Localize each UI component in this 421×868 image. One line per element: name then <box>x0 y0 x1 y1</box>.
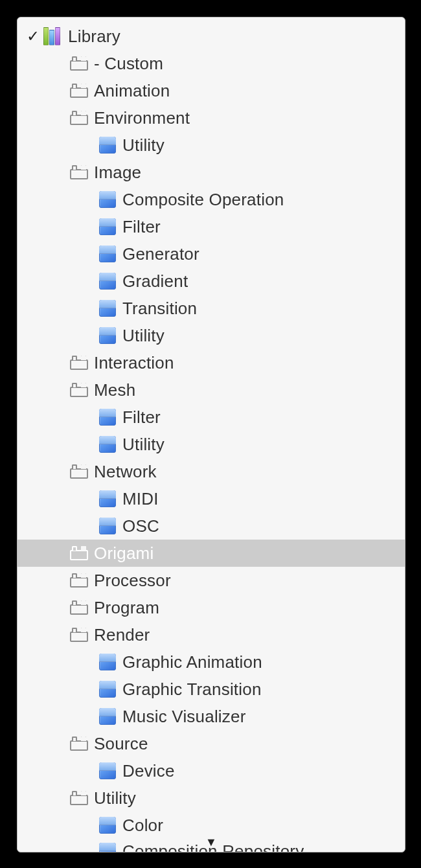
brick-icon <box>69 380 89 400</box>
tree-item[interactable]: Processor <box>17 567 405 594</box>
brick-icon <box>69 81 89 100</box>
tree: ✓ Library - CustomAnimationEnvironmentUt… <box>17 17 405 852</box>
cube-icon <box>98 217 117 236</box>
tree-item[interactable]: Interaction <box>17 349 405 376</box>
tree-item-label: Utility <box>122 326 165 346</box>
tree-item[interactable]: Device <box>17 757 405 784</box>
tree-item[interactable]: - Custom <box>17 50 405 77</box>
brick-icon <box>69 163 89 182</box>
tree-item-label: Utility <box>122 435 165 455</box>
tree-root[interactable]: ✓ Library <box>17 23 405 50</box>
tree-item[interactable]: Utility <box>17 322 405 349</box>
tree-item-label: OSC <box>122 516 159 536</box>
tree-item-label: Transition <box>122 299 197 319</box>
cube-icon <box>98 680 117 699</box>
tree-item[interactable]: Render <box>17 621 405 648</box>
tree-item-label: Utility <box>94 788 136 808</box>
tree-item[interactable]: Utility <box>17 131 405 159</box>
tree-item[interactable]: MIDI <box>17 485 405 512</box>
tree-item-label: Environment <box>94 108 190 128</box>
tree-item-label: Source <box>94 734 148 754</box>
cube-icon <box>98 841 117 852</box>
tree-item-label: Filter <box>122 217 161 237</box>
tree-item-label: Filter <box>122 407 161 428</box>
tree-item-label: Network <box>94 462 157 482</box>
brick-icon <box>69 625 89 645</box>
tree-item[interactable]: Source <box>17 730 405 757</box>
cube-icon <box>98 652 117 672</box>
cube-icon <box>98 326 117 345</box>
cube-icon <box>98 707 117 726</box>
tree-item-label: Graphic Animation <box>122 652 262 672</box>
tree-item-label: Animation <box>94 81 170 101</box>
cube-icon <box>98 761 117 781</box>
tree-item[interactable]: Generator <box>17 240 405 268</box>
tree-item-label: Music Visualizer <box>122 707 246 727</box>
tree-item-label: Image <box>94 163 141 183</box>
brick-icon <box>69 571 89 590</box>
brick-icon <box>69 734 89 753</box>
tree-item[interactable]: Graphic Transition <box>17 676 405 703</box>
brick-icon <box>69 108 89 128</box>
brick-icon <box>69 598 89 617</box>
tree-item-label: Composite Operation <box>122 190 284 210</box>
cube-icon <box>98 244 117 264</box>
tree-item-label: MIDI <box>122 489 159 509</box>
brick-icon <box>69 54 89 73</box>
cube-icon <box>98 190 117 209</box>
cube-icon <box>98 816 117 835</box>
tree-item-label: - Custom <box>94 54 163 74</box>
tree-item-label: Render <box>94 625 150 645</box>
tree-item[interactable]: Environment <box>17 104 405 131</box>
cube-icon <box>98 407 117 427</box>
tree-item-label: Device <box>122 761 175 781</box>
tree-item[interactable]: Composition Repository <box>17 839 405 852</box>
cube-icon <box>98 271 117 291</box>
tree-root-label: Library <box>68 27 120 47</box>
tree-item[interactable]: Filter <box>17 213 405 240</box>
tree-body: - CustomAnimationEnvironmentUtilityImage… <box>17 50 405 852</box>
tree-item[interactable]: OSC <box>17 512 405 540</box>
tree-item[interactable]: Utility <box>17 431 405 458</box>
cube-icon <box>98 299 117 318</box>
tree-item-label: Generator <box>122 244 199 264</box>
brick-icon <box>69 462 89 481</box>
tree-item[interactable]: Filter <box>17 404 405 431</box>
tree-item-label: Program <box>94 598 159 618</box>
brick-icon <box>69 543 89 563</box>
tree-item[interactable]: Image <box>17 159 405 186</box>
tree-item-label: Origami <box>94 543 154 564</box>
tree-item-label: Color <box>122 816 163 836</box>
tree-item-label: Utility <box>122 135 165 155</box>
tree-item-label: Mesh <box>94 380 135 400</box>
tree-item-label: Graphic Transition <box>122 680 262 700</box>
tree-item[interactable]: Network <box>17 458 405 485</box>
cube-icon <box>98 135 117 155</box>
tree-item[interactable]: Gradient <box>17 268 405 295</box>
check-icon: ✓ <box>23 27 43 45</box>
brick-icon <box>69 353 89 372</box>
tree-item[interactable]: Color <box>17 812 405 839</box>
tree-item[interactable]: Composite Operation <box>17 186 405 213</box>
brick-icon <box>69 788 89 808</box>
cube-icon <box>98 435 117 454</box>
cube-icon <box>98 516 117 536</box>
tree-item[interactable]: Mesh <box>17 376 405 404</box>
library-icon <box>43 27 63 46</box>
tree-item[interactable]: Animation <box>17 77 405 104</box>
tree-item[interactable]: Transition <box>17 295 405 322</box>
tree-item-label: Interaction <box>94 353 174 373</box>
tree-item[interactable]: Origami <box>17 540 405 567</box>
tree-item-label: Gradient <box>122 271 188 291</box>
library-panel: ✓ Library - CustomAnimationEnvironmentUt… <box>17 17 405 852</box>
tree-item-label: Composition Repository <box>122 841 304 852</box>
tree-item[interactable]: Program <box>17 594 405 621</box>
tree-item[interactable]: Utility <box>17 784 405 812</box>
cube-icon <box>98 489 117 508</box>
tree-item-label: Processor <box>94 571 171 591</box>
tree-item[interactable]: Graphic Animation <box>17 648 405 676</box>
tree-item[interactable]: Music Visualizer <box>17 703 405 730</box>
